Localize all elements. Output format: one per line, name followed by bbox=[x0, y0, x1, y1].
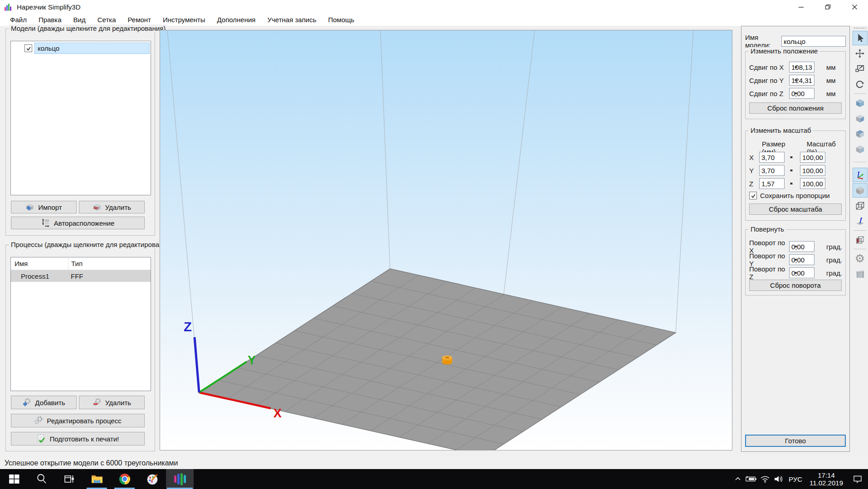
offset-y-spinner[interactable] bbox=[814, 75, 822, 86]
view-side-button[interactable] bbox=[853, 142, 868, 156]
task-view-icon bbox=[63, 473, 75, 485]
gear-minus-icon bbox=[93, 398, 102, 407]
view-front-button[interactable] bbox=[853, 126, 868, 141]
process-row[interactable]: Process1 FFF bbox=[11, 270, 151, 282]
models-group: Модели (дважды щелкните для редактирован… bbox=[5, 29, 155, 236]
rotate-x-spinner[interactable] bbox=[814, 241, 822, 252]
window-title: Нарезчик Simplify3D bbox=[17, 3, 81, 11]
toolbar-gripper[interactable] bbox=[854, 28, 866, 29]
model-visibility-checkbox[interactable] bbox=[24, 44, 32, 52]
show-normals-toggle[interactable] bbox=[853, 214, 868, 228]
menu-view[interactable]: Вид bbox=[68, 14, 92, 26]
processes-table[interactable]: Имя Тип Process1 FFF bbox=[10, 257, 151, 391]
rotate-y-spinner[interactable] bbox=[814, 254, 822, 265]
models-list[interactable]: кольцо bbox=[10, 41, 151, 195]
position-group-title: Изменить положение bbox=[749, 47, 819, 55]
scale-x-spinner[interactable] bbox=[825, 152, 833, 163]
menu-repair[interactable]: Ремонт bbox=[122, 14, 157, 26]
3d-viewport[interactable]: X Y Z bbox=[160, 30, 732, 450]
select-tool-button[interactable] bbox=[853, 31, 868, 45]
tray-time: 17:14 bbox=[805, 471, 847, 479]
menu-mesh[interactable]: Сетка bbox=[92, 14, 122, 26]
keep-proportions-checkbox[interactable] bbox=[749, 192, 757, 199]
axes-icon bbox=[855, 170, 865, 180]
menu-addons[interactable]: Дополнения bbox=[211, 14, 262, 26]
offset-z-spinner[interactable] bbox=[814, 88, 822, 99]
scale-y-spinner[interactable] bbox=[825, 165, 833, 176]
taskbar-search-button[interactable] bbox=[28, 469, 55, 489]
view-default-button[interactable] bbox=[853, 96, 868, 110]
wireframe-toggle[interactable] bbox=[853, 199, 868, 213]
show-models-toggle[interactable] bbox=[853, 183, 868, 198]
column-type: Тип bbox=[68, 257, 151, 270]
status-message: Успешное открытие модели с 6000 треуголь… bbox=[5, 459, 178, 467]
start-button[interactable] bbox=[0, 469, 28, 489]
rotate-y-input[interactable] bbox=[789, 254, 814, 265]
scale-icon bbox=[855, 64, 865, 74]
scale-z-input[interactable] bbox=[800, 178, 825, 189]
chrome-taskbar-icon[interactable] bbox=[111, 469, 138, 489]
menu-tools[interactable]: Инструменты bbox=[157, 14, 211, 26]
model-name-input[interactable] bbox=[781, 36, 846, 47]
model-name-label[interactable]: кольцо bbox=[34, 43, 150, 54]
model-list-item[interactable]: кольцо bbox=[11, 42, 151, 54]
offset-y-input[interactable] bbox=[789, 75, 814, 86]
reset-position-button[interactable]: Сброс положения bbox=[749, 102, 842, 114]
delete-process-button[interactable]: Удалить bbox=[79, 396, 145, 409]
done-button[interactable]: Готово bbox=[745, 435, 846, 447]
paint-app-taskbar-icon[interactable] bbox=[138, 469, 166, 489]
offset-x-input[interactable] bbox=[789, 62, 814, 73]
language-indicator[interactable]: РУС bbox=[785, 475, 805, 483]
machine-settings-button[interactable]: ⚙ bbox=[853, 251, 868, 266]
view-cube-side-icon bbox=[855, 144, 865, 155]
rotate-z-input[interactable] bbox=[789, 267, 814, 278]
clock[interactable]: 17:14 11.02.2019 bbox=[805, 471, 847, 487]
toolbar-separator bbox=[853, 162, 866, 162]
scale-tool-button[interactable] bbox=[853, 62, 868, 76]
autoplace-button[interactable]: Авторасположение bbox=[11, 217, 145, 229]
model-ring[interactable] bbox=[442, 356, 452, 365]
edit-process-button[interactable]: Редактировать процесс bbox=[11, 414, 145, 427]
move-tool-button[interactable] bbox=[853, 46, 868, 61]
reset-scale-button[interactable]: Сброс масштаба bbox=[749, 203, 842, 215]
offset-x-spinner[interactable] bbox=[814, 62, 822, 73]
menu-file[interactable]: Файл bbox=[4, 14, 33, 26]
add-process-button[interactable]: Добавить bbox=[11, 396, 77, 409]
import-model-button[interactable]: Импорт bbox=[11, 201, 77, 213]
simplify3d-taskbar-icon[interactable] bbox=[166, 469, 194, 489]
column-name: Имя bbox=[11, 260, 68, 267]
view-cube-default-icon bbox=[855, 98, 865, 108]
wifi-icon[interactable] bbox=[758, 475, 772, 483]
task-view-button[interactable] bbox=[55, 469, 83, 489]
scale-y-input[interactable] bbox=[800, 165, 825, 176]
rotate-x-input[interactable] bbox=[789, 241, 814, 252]
size-z-input[interactable] bbox=[759, 178, 785, 189]
scale-x-input[interactable] bbox=[800, 152, 825, 163]
cross-section-tool-button[interactable] bbox=[853, 232, 868, 247]
battery-charging-icon[interactable] bbox=[745, 475, 758, 483]
menu-help[interactable]: Помощь bbox=[322, 14, 361, 26]
tray-chevron-icon[interactable] bbox=[731, 475, 745, 483]
show-axes-toggle[interactable] bbox=[853, 168, 868, 182]
size-y-input[interactable] bbox=[759, 165, 785, 176]
rotate-tool-button[interactable] bbox=[853, 77, 868, 92]
restore-button[interactable] bbox=[814, 0, 841, 14]
support-structures-button[interactable] bbox=[853, 266, 868, 281]
view-top-button[interactable] bbox=[853, 111, 868, 126]
normal-arrow-icon bbox=[855, 216, 865, 227]
rotate-z-spinner[interactable] bbox=[814, 267, 822, 278]
close-button[interactable] bbox=[841, 0, 868, 14]
offset-z-input[interactable] bbox=[789, 88, 814, 99]
scale-group-title: Изменить масштаб bbox=[749, 126, 813, 134]
menu-edit[interactable]: Правка bbox=[33, 14, 68, 26]
prepare-to-print-button[interactable]: Подготовить к печати! bbox=[11, 432, 145, 445]
delete-model-button[interactable]: Удалить bbox=[79, 201, 145, 213]
minimize-button[interactable] bbox=[788, 0, 814, 14]
action-center-button[interactable] bbox=[847, 475, 868, 484]
menu-account[interactable]: Учетная запись bbox=[261, 14, 322, 26]
size-x-input[interactable] bbox=[759, 152, 785, 163]
reset-rotation-button[interactable]: Сброс поворота bbox=[749, 280, 842, 291]
file-explorer-taskbar-icon[interactable] bbox=[83, 469, 111, 489]
volume-icon[interactable] bbox=[772, 475, 785, 483]
scale-z-spinner[interactable] bbox=[825, 178, 833, 189]
